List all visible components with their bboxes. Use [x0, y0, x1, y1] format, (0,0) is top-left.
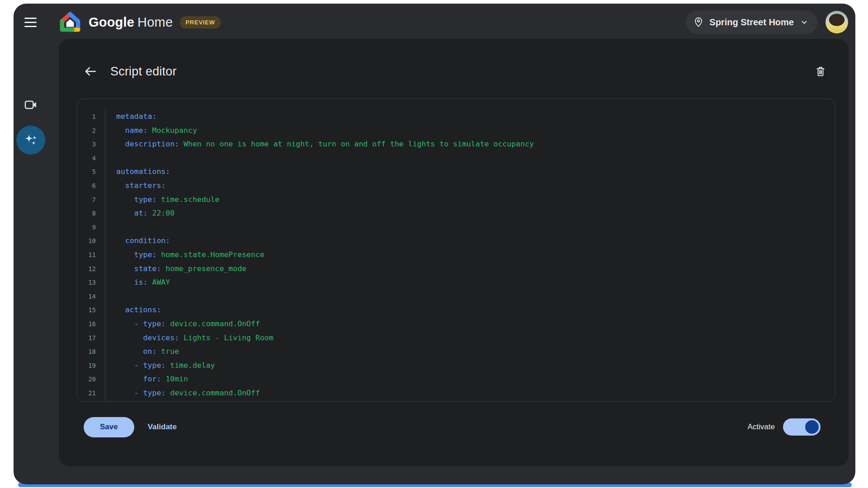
menu-icon[interactable] [24, 13, 42, 31]
trash-icon [814, 65, 827, 78]
line-number: 16 [77, 317, 105, 331]
line-number: 7 [77, 193, 105, 207]
line-number: 14 [77, 290, 105, 304]
code-line[interactable]: 2 name: Mockupancy [77, 124, 835, 138]
code-line[interactable]: 15 actions: [77, 303, 835, 317]
line-number: 13 [77, 276, 105, 290]
code-text: actions: [105, 303, 161, 317]
line-number: 4 [77, 151, 105, 165]
code-line[interactable]: 18 on: true [77, 345, 835, 359]
app-title: GoogleHome [89, 15, 173, 30]
assistant-button[interactable] [16, 126, 45, 155]
line-number: 19 [77, 359, 105, 373]
code-line[interactable]: 3 description: When no one is home at ni… [77, 137, 835, 151]
chevron-down-icon [799, 17, 809, 27]
code-text: for: 10min [105, 372, 188, 386]
card-header: Script editor [80, 60, 830, 83]
app-title-home: Home [137, 15, 173, 29]
code-text: - type: time.delay [105, 359, 215, 373]
left-rail [14, 41, 59, 484]
line-number: 11 [77, 248, 105, 262]
code-line[interactable]: 10 condition: [77, 234, 835, 248]
page-title: Script editor [110, 65, 177, 79]
line-number: 17 [77, 331, 105, 345]
code-text: name: Mockupancy [105, 124, 197, 138]
code-text: - type: device.command.OnOff [105, 386, 260, 400]
code-text [105, 221, 116, 235]
code-line[interactable]: 9 [77, 221, 835, 235]
activate-toggle[interactable] [783, 418, 821, 436]
code-line[interactable]: 22 devices: Lights - Living Room [77, 400, 835, 402]
app-window: GoogleHome PREVIEW Spring Street Home [14, 4, 855, 484]
code-text: type: home.state.HomePresence [105, 248, 264, 262]
code-text: metadata: [105, 110, 156, 124]
top-bar: GoogleHome PREVIEW Spring Street Home [14, 4, 855, 41]
preview-badge: PREVIEW [180, 16, 221, 28]
code-text: - type: device.command.OnOff [105, 317, 260, 331]
code-line[interactable]: 12 state: home_presence_mode [77, 262, 835, 276]
editor-footer: Save Validate Activate [84, 416, 821, 438]
app-title-google: Google [89, 15, 134, 29]
code-text: state: home_presence_mode [105, 262, 246, 276]
code-text: description: When no one is home at nigh… [105, 137, 534, 151]
line-number: 6 [77, 179, 105, 193]
script-editor-card: Script editor 1metadata:2 name: Mockupan… [59, 39, 849, 466]
delete-button[interactable] [811, 61, 830, 81]
code-text: at: 22:00 [105, 206, 175, 221]
line-number: 1 [77, 110, 105, 124]
code-text: starters: [105, 179, 165, 193]
code-line[interactable]: 21 - type: device.command.OnOff [77, 386, 835, 400]
activate-toggle-knob [805, 420, 819, 434]
line-number: 5 [77, 165, 105, 179]
code-line[interactable]: 17 devices: Lights - Living Room [77, 331, 835, 345]
code-line[interactable]: 14 [77, 290, 835, 304]
code-line[interactable]: 6 starters: [77, 179, 835, 193]
user-avatar[interactable] [826, 11, 848, 33]
line-number: 3 [77, 137, 105, 151]
code-line[interactable]: 7 type: time.schedule [77, 193, 835, 207]
line-number: 9 [77, 221, 105, 235]
activate-label: Activate [748, 422, 775, 432]
validate-button[interactable]: Validate [148, 422, 177, 432]
line-number: 10 [77, 234, 105, 248]
code-line[interactable]: 4 [77, 151, 835, 165]
code-text: devices: Lights - Living Room [105, 331, 274, 345]
code-lines: 1metadata:2 name: Mockupancy3 descriptio… [77, 110, 835, 402]
code-text [105, 290, 116, 304]
google-home-logo [59, 11, 81, 33]
code-line[interactable]: 11 type: home.state.HomePresence [77, 248, 835, 262]
line-number: 15 [77, 303, 105, 317]
code-text: type: time.schedule [105, 193, 219, 207]
home-selector[interactable]: Spring Street Home [686, 10, 817, 34]
save-button[interactable]: Save [84, 417, 134, 437]
line-number: 8 [77, 206, 105, 221]
camera-button[interactable] [20, 94, 42, 116]
code-text: automations: [105, 165, 170, 179]
code-text: is: AWAY [105, 276, 170, 290]
location-pin-icon [693, 17, 704, 28]
camera-icon [24, 98, 38, 112]
code-text: devices: Lights - Living Room [105, 400, 274, 402]
line-number: 12 [77, 262, 105, 276]
code-text: on: true [105, 345, 179, 359]
code-line[interactable]: 8 at: 22:00 [77, 206, 835, 221]
code-editor[interactable]: 1metadata:2 name: Mockupancy3 descriptio… [77, 99, 835, 402]
home-selector-label: Spring Street Home [709, 17, 794, 28]
code-text: condition: [105, 234, 170, 248]
sparkles-icon [23, 132, 39, 148]
back-button[interactable] [80, 61, 100, 81]
line-number: 2 [77, 124, 105, 138]
code-line[interactable]: 1metadata: [77, 110, 835, 124]
code-line[interactable]: 19 - type: time.delay [77, 359, 835, 373]
line-number: 18 [77, 345, 105, 359]
code-text [105, 151, 116, 165]
code-line[interactable]: 20 for: 10min [77, 372, 835, 386]
line-number: 20 [77, 372, 105, 386]
code-line[interactable]: 13 is: AWAY [77, 276, 835, 290]
line-number: 21 [77, 386, 105, 400]
code-line[interactable]: 16 - type: device.command.OnOff [77, 317, 835, 331]
page: GoogleHome PREVIEW Spring Street Home [0, 0, 868, 488]
line-number: 22 [77, 400, 105, 402]
back-arrow-icon [84, 65, 97, 78]
code-line[interactable]: 5automations: [77, 165, 835, 179]
